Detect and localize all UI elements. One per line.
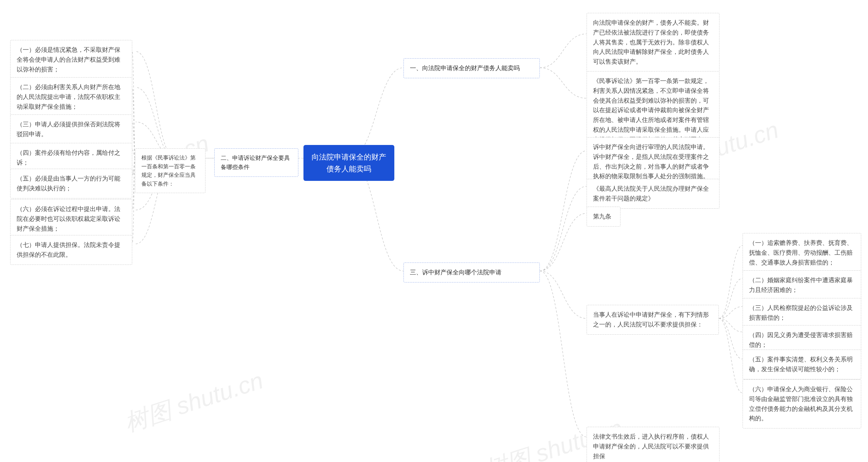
- branch-3-child-5[interactable]: 法律文书生效后，进入执行程序前，债权人申请财产保全的，人民法院可以不要求提供担保: [587, 427, 719, 462]
- branch-3-child-4-sub-3[interactable]: （三）人民检察院提起的公益诉讼涉及损害赔偿的；: [743, 298, 861, 328]
- branch-1-child-1[interactable]: 向法院申请保全的财产，债务人不能卖。财产已经依法被法院进行了保全的，即使债务人将…: [587, 13, 719, 72]
- root-node[interactable]: 向法院申请保全的财产债务人能卖吗: [303, 145, 394, 181]
- branch-2-child-4[interactable]: （四）案件必须有给付内容，属给付之诉；: [10, 143, 132, 173]
- branch-2-child-7[interactable]: （七）申请人提供担保。法院未责令提供担保的不在此限。: [10, 235, 132, 265]
- branch-3-child-4-sub-1[interactable]: （一）追索赡养费、扶养费、抚育费、抚恤金、医疗费用、劳动报酬、工伤赔偿、交通事故…: [743, 233, 861, 272]
- branch-2-mid[interactable]: 根据《民事诉讼法》第一百条和第一百零一条规定，财产保全应当具备以下条件：: [135, 148, 205, 193]
- branch-1[interactable]: 一、向法院申请保全的财产债务人能卖吗: [403, 58, 540, 78]
- branch-2-child-5[interactable]: （五）必须是由当事人一方的行为可能使判决难以执行的；: [10, 169, 132, 198]
- branch-2-child-3[interactable]: （三）申请人必须提供担保否则法院将驳回申请。: [10, 114, 132, 144]
- watermark: 树图 shutu.cn: [121, 365, 267, 439]
- branch-3-child-4-sub-5[interactable]: （五）案件事实清楚、权利义务关系明确，发生保全错误可能性较小的；: [743, 350, 861, 379]
- branch-2-child-2[interactable]: （二）必须由利害关系人向财产所在地的人民法院提出申请，法院不依职权主动采取财产保…: [10, 77, 132, 117]
- branch-3-child-2[interactable]: 《最高人民法院关于人民法院办理财产保全案件若干问题的规定》: [587, 179, 719, 209]
- branch-3-child-3[interactable]: 第九条: [587, 207, 620, 227]
- branch-3[interactable]: 三、诉中财产保全向哪个法院申请: [403, 262, 540, 282]
- branch-2[interactable]: 二、申请诉讼财产保全要具备哪些条件: [214, 148, 298, 177]
- branch-2-child-1[interactable]: （一）必须是情况紧急，不采取财产保全将会使申请人的合法财产权益受到难以弥补的损害…: [10, 40, 132, 79]
- branch-3-child-4[interactable]: 当事人在诉讼中申请财产保全，有下列情形之一的，人民法院可以不要求提供担保：: [587, 305, 719, 335]
- branch-3-child-4-sub-2[interactable]: （二）婚姻家庭纠纷案件中遭遇家庭暴力且经济困难的；: [743, 270, 861, 300]
- branch-2-child-6[interactable]: （六）必须在诉讼过程中提出申请。法院在必要时也可以依职权裁定采取诉讼财产保全措施…: [10, 199, 132, 238]
- branch-3-child-4-sub-6[interactable]: （六）申请保全人为商业银行、保险公司等由金融监管部门批准设立的具有独立偿付债务能…: [743, 379, 861, 428]
